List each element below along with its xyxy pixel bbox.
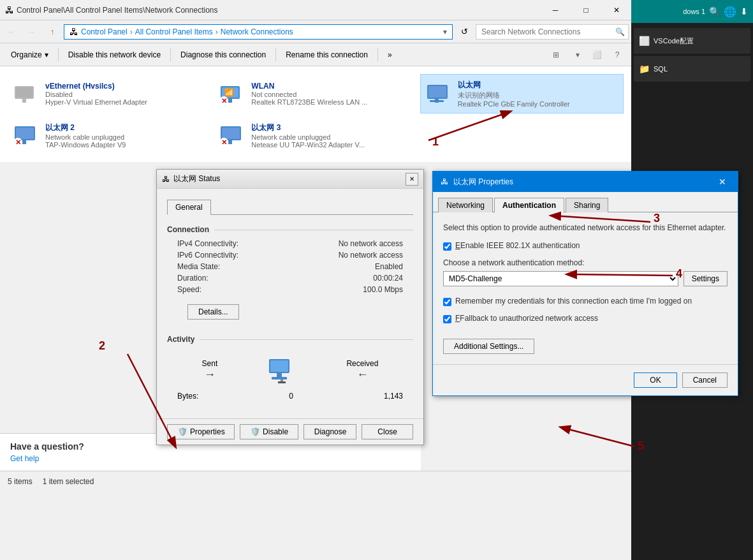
settings-button[interactable]: Settings (684, 271, 727, 286)
more-button[interactable]: » (382, 46, 398, 64)
taskbar-search-icon[interactable]: 🔍 (709, 6, 720, 17)
vscode-icon: ⬜ (639, 36, 650, 46)
view-toggle-button[interactable]: ▾ (570, 46, 585, 64)
taskbar-download-icon[interactable]: ⬇ (740, 6, 748, 17)
svg-text:📶: 📶 (224, 87, 234, 97)
received-label-col: Received ← (346, 359, 378, 381)
svg-rect-22 (278, 381, 286, 383)
svg-rect-13 (22, 140, 26, 144)
connection-item[interactable]: ✕ 以太网 2 Network cable unplugged TAP-Wind… (8, 116, 211, 154)
maximize-button[interactable]: □ (571, 0, 601, 20)
forward-button[interactable]: → (23, 23, 41, 41)
rename-button[interactable]: Rename this connection (280, 46, 374, 64)
get-help-link[interactable]: Get help (10, 454, 39, 463)
received-arrow: ← (346, 368, 378, 381)
window-title: Control Panel\All Control Panel Items\Ne… (17, 6, 626, 15)
props-dialog-title: 以太网 Properties (453, 177, 513, 188)
disable-device-button[interactable]: Disable this network device (62, 46, 166, 64)
help-button[interactable]: ? (608, 46, 626, 64)
duration-value: 00:00:24 (373, 274, 403, 283)
search-icon: 🔍 (615, 27, 625, 36)
status-tab-general[interactable]: General (167, 200, 211, 215)
connection-status: 未识别的网络 (458, 91, 618, 100)
path-control-panel[interactable]: Control Panel (81, 27, 128, 36)
taskbar-top-text: dows 1 (683, 8, 705, 15)
path-network-connections[interactable]: Network Connections (221, 27, 293, 36)
preview-button[interactable]: ⬜ (588, 46, 606, 64)
svg-rect-5 (228, 99, 232, 103)
disable-shield-icon: 🛡️ (251, 427, 260, 436)
path-icon: 🖧 (69, 27, 78, 37)
search-input[interactable] (476, 24, 629, 40)
fallback-label: FFallback to unauthorized network access (455, 314, 598, 323)
connection-item[interactable]: vEthernet (Hvsilcs) Disabled Hyper-V Vir… (8, 74, 211, 114)
status-dialog-close[interactable]: ✕ (406, 173, 418, 186)
title-bar: 🖧 Control Panel\All Control Panel Items\… (0, 0, 631, 20)
connection-icon: ✕ (219, 122, 245, 148)
status-dialog-titlebar: 🖧 以太网 Status ✕ (157, 170, 423, 189)
sql-label: SQL (654, 65, 668, 73)
enable-ieee-checkbox[interactable] (443, 242, 451, 251)
taskbar-item-vscode[interactable]: ⬜ VSCode配置 (634, 28, 750, 54)
enable-ieee-label: EEnable IEEE 802.1X authentication (455, 241, 580, 250)
up-button[interactable]: ↑ (43, 23, 61, 41)
connection-item-selected[interactable]: 以太网 未识别的网络 Realtek PCIe GbE Family Contr… (420, 74, 624, 114)
remember-credentials-row: Remember my credentials for this connect… (443, 297, 727, 306)
selected-count: 1 item selected (43, 477, 94, 486)
connection-item[interactable]: ✕ 以太网 3 Network cable unplugged Netease … (214, 116, 417, 154)
props-dialog-icon: 🖧 (441, 177, 448, 186)
auth-method-row: MD5-Challenge Settings (443, 271, 727, 286)
properties-dialog-titlebar: 🖧 以太网 Properties ✕ (433, 172, 738, 192)
properties-button[interactable]: 🛡️ Properties (167, 424, 235, 439)
details-button[interactable]: Details... (187, 304, 239, 320)
ipv6-label: IPv6 Connectivity: (177, 251, 238, 260)
tab-networking[interactable]: Networking (438, 198, 493, 212)
props-tab-bar: Networking Authentication Sharing (433, 192, 738, 212)
ipv4-label: IPv4 Connectivity: (177, 239, 238, 248)
props-dialog-footer: OK Cancel (433, 364, 738, 395)
connection-adapter: Realtek RTL8723BE Wireless LAN ... (251, 98, 411, 106)
close-button[interactable]: ✕ (602, 0, 631, 20)
path-all-items[interactable]: All Control Panel Items (135, 27, 213, 36)
path-dropdown-arrow[interactable]: ▾ (443, 27, 447, 36)
status-dialog-footer: 🛡️ Properties 🛡️ Disable Diagnose Close (157, 418, 423, 445)
ipv4-row: IPv4 Connectivity: No network access (167, 239, 413, 248)
cancel-button[interactable]: Cancel (682, 372, 727, 388)
activity-section: Activity (167, 335, 413, 344)
section-line (214, 230, 413, 230)
additional-settings-button[interactable]: Additional Settings... (443, 339, 534, 354)
view-options-button[interactable]: ⊞ (545, 46, 567, 64)
close-dialog-button[interactable]: Close (362, 424, 413, 439)
organize-button[interactable]: Organize ▾ (5, 46, 54, 64)
taskbar-top: dows 1 🔍 🌐 ⬇ (631, 0, 753, 23)
props-dialog-body: Select this option to provide authentica… (433, 212, 738, 364)
diagnose-button[interactable]: Diagnose (303, 424, 357, 439)
tab-authentication[interactable]: Authentication (494, 198, 564, 212)
refresh-button[interactable]: ↺ (455, 23, 473, 41)
tab-sharing[interactable]: Sharing (566, 198, 608, 212)
toolbar-right: ⊞ ▾ ⬜ ? (545, 46, 626, 64)
svg-rect-8 (428, 86, 446, 98)
auth-method-select[interactable]: MD5-Challenge (443, 271, 678, 286)
status-tab-bar: General (167, 199, 413, 215)
ipv6-value: No network access (339, 251, 403, 260)
connection-adapter: Netease UU TAP-Win32 Adapter V... (251, 141, 411, 149)
connection-item[interactable]: 📶 ✕ WLAN Not connected Realtek RTL8723BE… (214, 74, 417, 114)
connection-name: vEthernet (Hvsilcs) (45, 82, 205, 91)
duration-label: Duration: (177, 274, 208, 283)
status-dialog-body: General Connection IPv4 Connectivity: No… (157, 189, 423, 418)
back-button[interactable]: ← (3, 23, 20, 41)
sent-label-col: Sent → (202, 359, 218, 381)
taskbar-item-sql[interactable]: 📁 SQL (634, 56, 750, 82)
connection-info: vEthernet (Hvsilcs) Disabled Hyper-V Vir… (45, 82, 205, 106)
fallback-checkbox[interactable] (443, 315, 451, 323)
diagnose-button[interactable]: Diagnose this connection (175, 46, 272, 64)
connection-name: 以太网 (458, 80, 618, 91)
address-bar: ← → ↑ 🖧 Control Panel › All Control Pane… (0, 20, 631, 43)
remember-credentials-checkbox[interactable] (443, 298, 451, 306)
minimize-button[interactable]: ─ (541, 0, 570, 20)
disable-button[interactable]: 🛡️ Disable (240, 424, 298, 439)
ok-button[interactable]: OK (634, 372, 676, 388)
props-dialog-close[interactable]: ✕ (715, 174, 730, 189)
connection-info: 以太网 2 Network cable unplugged TAP-Window… (45, 122, 205, 149)
